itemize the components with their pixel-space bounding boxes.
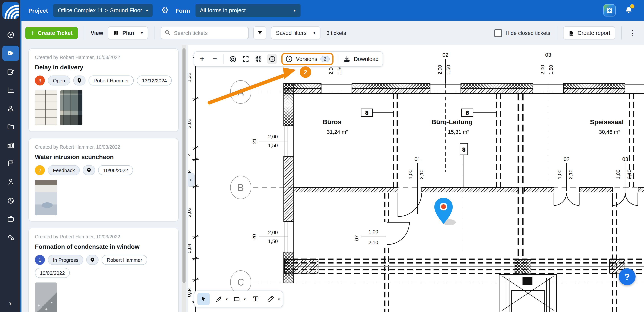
project-selector-value: Office Complex 11 > Ground Floor bbox=[58, 7, 142, 14]
ticket-created: Created by Robert Hammer, 10/03/2022 bbox=[35, 55, 172, 60]
select-tool[interactable] bbox=[198, 293, 210, 305]
sidebar-item-projects[interactable] bbox=[2, 138, 19, 153]
fit-to-screen-button[interactable] bbox=[254, 55, 262, 63]
sidebar-item-dashboard[interactable] bbox=[2, 27, 19, 42]
notifications-button[interactable] bbox=[624, 6, 633, 15]
dim: 2,00 bbox=[268, 134, 278, 140]
caret-down-icon[interactable]: ▾ bbox=[244, 297, 246, 301]
chart-icon bbox=[6, 86, 15, 94]
briefcase-icon bbox=[6, 215, 15, 223]
ticket-photo-condensation[interactable] bbox=[35, 282, 57, 312]
ticket-card[interactable]: Created by Robert Hammer, 10/03/2022 For… bbox=[28, 228, 179, 312]
sidebar-item-contacts[interactable] bbox=[2, 174, 19, 189]
dim: 1,50 bbox=[268, 142, 278, 148]
shape-tool[interactable] bbox=[232, 293, 242, 305]
more-options-button[interactable]: ⋮ bbox=[628, 28, 637, 38]
location-badge bbox=[83, 165, 95, 175]
ruler-icon bbox=[267, 295, 274, 303]
sidebar-item-analytics[interactable] bbox=[2, 193, 19, 208]
saved-filters-dropdown[interactable]: Saved filters ▾ bbox=[271, 26, 320, 40]
grid-row-label: A bbox=[238, 87, 244, 98]
room-name: Büro-Leitung bbox=[432, 118, 472, 126]
ticket-photo-brick-wall[interactable] bbox=[35, 90, 57, 125]
create-ticket-button[interactable]: + Create Ticket bbox=[25, 27, 78, 39]
gear-icon[interactable]: ⚙ bbox=[161, 5, 169, 15]
door-label: 07 bbox=[354, 235, 360, 241]
ticket-photo-water-puddle[interactable] bbox=[35, 180, 57, 215]
caret-down-icon[interactable]: ▾ bbox=[226, 297, 228, 301]
form-selector-value: All forms in project bbox=[200, 7, 246, 14]
sidebar-item-documents[interactable] bbox=[2, 119, 19, 134]
measure-tool[interactable] bbox=[266, 293, 276, 305]
divider bbox=[556, 26, 557, 40]
ticket-location-pin[interactable] bbox=[434, 198, 456, 226]
info-button[interactable] bbox=[267, 54, 277, 64]
chevron-left-icon: < bbox=[189, 177, 192, 183]
ticket-toolbar: + Create Ticket View Plan ▾ Saved filter… bbox=[22, 21, 644, 45]
search-input[interactable] bbox=[160, 27, 249, 39]
saved-filters-label: Saved filters bbox=[276, 30, 307, 36]
app-logo[interactable] bbox=[2, 2, 19, 19]
corridor-walls bbox=[284, 259, 644, 274]
topbar: Project Office Complex 11 > Ground Floor… bbox=[22, 0, 644, 21]
door-label: 03 bbox=[622, 156, 628, 162]
dim: 0,84 bbox=[188, 287, 192, 297]
versions-button[interactable]: Versions 2 bbox=[281, 53, 334, 65]
due-date-badge: 13/12/2024 bbox=[137, 76, 172, 86]
create-report-button[interactable]: PDF Create report bbox=[563, 26, 615, 40]
dim: 1,32 bbox=[188, 73, 192, 82]
dim: 1,50 bbox=[446, 65, 451, 75]
ticket-card[interactable]: Created by Robert Hammer, 10/03/2022 Del… bbox=[28, 48, 179, 132]
folder-icon bbox=[6, 123, 15, 131]
filter-button[interactable] bbox=[254, 26, 266, 40]
dim: 1,50 bbox=[268, 238, 278, 244]
dim: 1,50 bbox=[548, 65, 554, 75]
create-report-label: Create report bbox=[578, 30, 610, 36]
hide-closed-checkbox[interactable] bbox=[494, 29, 502, 37]
person-icon bbox=[6, 178, 15, 186]
collapse-panel-button[interactable]: < bbox=[188, 173, 195, 187]
sidebar-item-settings[interactable] bbox=[2, 230, 19, 245]
expansion-joint bbox=[518, 94, 523, 258]
notification-dot bbox=[630, 4, 634, 8]
dim: 2,10 bbox=[568, 170, 574, 180]
floor-plan[interactable]: 8 8 8 Büros 31,24 m² Büro-Leitung 15,31 … bbox=[188, 45, 644, 312]
room-area: 31,24 m² bbox=[327, 129, 348, 135]
sidebar-item-flags[interactable] bbox=[2, 156, 19, 171]
marketplace-app-button[interactable] bbox=[603, 4, 616, 16]
project-label: Project bbox=[28, 7, 48, 14]
sidebar-item-forms[interactable] bbox=[2, 64, 19, 80]
divider bbox=[154, 26, 154, 40]
dim: 2,02 bbox=[188, 119, 192, 128]
zoom-in-button[interactable]: + bbox=[198, 55, 206, 63]
ticket-card[interactable]: Created by Robert Hammer, 10/03/2022 Wat… bbox=[28, 138, 179, 222]
sidebar-item-statistics[interactable] bbox=[2, 82, 19, 98]
view-selector[interactable]: Plan ▾ bbox=[108, 26, 148, 40]
location-badge bbox=[86, 255, 99, 265]
sidebar-item-equipment[interactable] bbox=[2, 211, 19, 226]
zoom-out-button[interactable]: − bbox=[211, 55, 218, 63]
download-button[interactable]: Download bbox=[343, 55, 378, 63]
elevator bbox=[499, 274, 556, 312]
dim: 2,10 bbox=[368, 240, 378, 245]
visibility-button[interactable] bbox=[229, 55, 237, 63]
caret-down-icon[interactable]: ▾ bbox=[278, 297, 280, 301]
status-badge: Open bbox=[48, 76, 70, 86]
fullscreen-button[interactable] bbox=[242, 55, 250, 63]
sidebar-item-tickets[interactable] bbox=[2, 46, 19, 61]
ticket-photo-office-window[interactable] bbox=[60, 90, 82, 125]
list-scrollbar-thumb[interactable] bbox=[182, 48, 186, 283]
location-badge bbox=[73, 76, 86, 86]
help-button[interactable]: ? bbox=[619, 268, 636, 285]
divider bbox=[84, 26, 84, 40]
exterior-wall-left bbox=[284, 84, 294, 283]
project-selector[interactable]: Office Complex 11 > Ground Floor ▾ bbox=[53, 4, 153, 17]
sidebar-item-site-location[interactable] bbox=[2, 101, 19, 116]
pen-tool[interactable] bbox=[214, 293, 224, 305]
view-selector-value: Plan bbox=[122, 30, 134, 36]
sidebar-expand-button[interactable]: › bbox=[0, 298, 20, 309]
door-dimensions: 01 1,00 2,10 02 1,00 2,10 03 1,00 2,10 0… bbox=[354, 156, 632, 245]
form-selector[interactable]: All forms in project ▾ bbox=[195, 4, 300, 17]
map-pin-icon bbox=[77, 78, 82, 83]
text-tool[interactable]: T bbox=[250, 293, 262, 305]
